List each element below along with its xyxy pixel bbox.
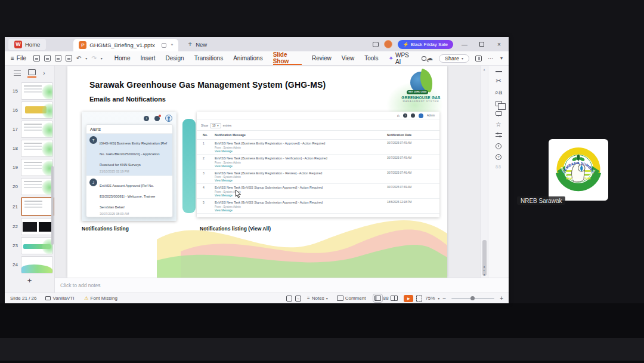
task-pane-icon[interactable] — [475, 56, 482, 61]
redo-button[interactable]: ↷ — [91, 55, 96, 61]
more-options-icon[interactable]: ⋯ — [488, 55, 494, 61]
thumbnail-row-16[interactable]: 16 — [5, 101, 54, 119]
help-icon[interactable]: ? — [496, 154, 501, 160]
participant-video-tile[interactable]: LEMBAGA SUMBER ASLI DAN ALAM SEKITAR SAR… — [549, 139, 608, 201]
export-icon[interactable] — [44, 55, 51, 61]
file-menu[interactable]: ≡ File — [11, 55, 26, 61]
logo-tagline: MANAGEMENT SYSTEM — [400, 100, 442, 103]
canvas-scrollbar[interactable]: ▴ ▴ ▪ ▾ — [480, 66, 488, 278]
maximize-button[interactable] — [476, 41, 488, 48]
toolbar-more-chevron[interactable]: ▾ — [101, 56, 103, 60]
fullscreen-icon[interactable] — [416, 296, 422, 302]
style-tools-icon[interactable]: ✂ — [496, 78, 501, 84]
slide-23-thumbnail — [21, 237, 53, 254]
tab-transitions[interactable]: Transitions — [194, 51, 224, 65]
thumbnail-row-19[interactable]: 19 — [5, 159, 54, 176]
slide-title: Sarawak Greenhouse Gas Management System… — [89, 80, 326, 90]
search-icon[interactable] — [422, 56, 426, 61]
slideshow-play-button[interactable]: ▶ — [404, 295, 413, 302]
tab-wps-ai[interactable]: ✦WPS AI — [389, 51, 413, 65]
tab-insert[interactable]: Insert — [140, 51, 155, 65]
favorites-star-icon[interactable]: ☆ — [496, 121, 501, 128]
previous-slide-button[interactable]: ▴ — [484, 264, 485, 268]
tab-review[interactable]: Review — [312, 51, 332, 65]
zoom-caret-icon[interactable]: ▾ — [438, 296, 439, 300]
alert-text: EnViSS Account Approved [Ref No. ES/2025… — [100, 184, 155, 209]
thumbnail-row-23[interactable]: 23 — [5, 237, 54, 254]
account-avatar[interactable] — [384, 40, 392, 48]
minimize-button[interactable]: — — [459, 41, 470, 48]
new-tab-button[interactable]: + New — [188, 40, 207, 48]
normal-view-button[interactable] — [374, 296, 381, 301]
theme-label: VanillaVTI — [52, 296, 74, 301]
font-missing-warning[interactable]: ⚠ Font Missing — [84, 296, 117, 301]
promo-button[interactable]: ⚡ Black Friday Sale — [398, 40, 453, 49]
tab-design[interactable]: Design — [165, 51, 184, 65]
find-replace-icon[interactable]: ⌕a — [495, 89, 502, 96]
thumbnail-row-22[interactable]: 22 — [5, 218, 54, 235]
comment-pane-icon[interactable] — [496, 111, 502, 116]
save-icon[interactable] — [33, 55, 40, 61]
ghgms-logo: NET ZERO 2050 GREENHOUSE GAS MANAGEMENT … — [400, 72, 442, 103]
slide-19-thumbnail — [21, 159, 53, 176]
table-row: 3 EnViSS New Task [Business Entity Regis… — [197, 170, 439, 184]
slide-view-toggle[interactable] — [27, 69, 36, 78]
bell-icon — [411, 113, 415, 118]
slide-view-active-underline — [27, 76, 36, 78]
settings-sliders-icon[interactable] — [496, 133, 502, 138]
slide-sorter-view-button[interactable]: 88 — [383, 296, 389, 301]
close-button[interactable]: × — [493, 41, 505, 48]
promo-label: Black Friday Sale — [411, 42, 448, 47]
notes-placeholder: Click to add notes — [60, 282, 101, 288]
notes-lines-icon: ≡ — [307, 296, 310, 301]
history-clock-icon[interactable] — [496, 143, 501, 149]
notes-toggle[interactable]: ≡ Notes ▾ — [307, 296, 328, 301]
zoom-slider[interactable] — [451, 298, 494, 299]
object-layers-icon[interactable] — [496, 101, 502, 106]
workspace-icon[interactable] — [373, 42, 379, 47]
notes-area[interactable]: Click to add notes — [55, 278, 509, 293]
thumbnail-row-15[interactable]: 15 — [5, 82, 54, 100]
from-current-slide-icon[interactable] — [295, 296, 301, 302]
apps-grid-icon[interactable]: 88 — [496, 165, 501, 171]
user-avatar-icon — [165, 115, 172, 122]
zoom-slider-handle[interactable] — [470, 296, 475, 300]
reading-view-button[interactable] — [391, 296, 398, 301]
browse-object-button[interactable]: ▪ — [484, 269, 485, 272]
notes-toggle-label: Notes — [312, 296, 324, 301]
meeting-stage: W Home P GHGMS_Briefing_v1.pptx * + New … — [0, 0, 644, 363]
undo-caret-icon[interactable]: ▾ — [85, 56, 87, 60]
rehearse-timer-icon[interactable] — [286, 296, 292, 302]
scroll-up-icon[interactable]: ▴ — [481, 67, 488, 71]
thumbnail-scrollbar[interactable] — [51, 166, 54, 245]
add-slide-button[interactable]: + — [5, 276, 54, 285]
theme-indicator[interactable]: VanillaVTI — [45, 296, 74, 301]
undo-button[interactable]: ↶ — [76, 55, 81, 61]
tab-tools[interactable]: Tools — [364, 51, 378, 65]
home-tab[interactable]: W Home — [8, 39, 46, 50]
tab-slide-show[interactable]: Slide Show — [273, 51, 302, 65]
collapse-ribbon-icon[interactable]: ▾ — [500, 56, 503, 61]
tab-home-menu[interactable]: Home — [114, 51, 131, 65]
bell-icon — [154, 116, 160, 121]
comment-button[interactable]: Comment — [337, 296, 366, 301]
zoom-in-button[interactable]: + — [500, 295, 503, 302]
slide-canvas[interactable]: Sarawak Greenhouse Gas Management System… — [67, 66, 447, 278]
document-tab[interactable]: P GHGMS_Briefing_v1.pptx * — [73, 39, 178, 51]
thumbnail-row-18[interactable]: 18 — [5, 140, 54, 157]
thumbnail-row-20[interactable]: 20 — [5, 178, 54, 195]
tab-view[interactable]: View — [342, 51, 355, 65]
share-button[interactable]: Share ▾ — [439, 54, 469, 63]
tab-animations[interactable]: Animations — [233, 51, 262, 65]
outline-view-icon[interactable] — [14, 70, 21, 76]
pane-minimize-icon[interactable] — [496, 71, 502, 72]
thumbnail-row-24[interactable]: 24 — [5, 256, 54, 273]
zoom-percentage[interactable]: 75% — [425, 296, 435, 301]
print-icon[interactable] — [55, 55, 61, 61]
thumbnail-row-17[interactable]: 17 — [5, 121, 54, 138]
panel-collapse-chevron[interactable]: › — [43, 70, 45, 76]
next-slide-button[interactable]: ▾ — [484, 273, 485, 276]
thumbnail-row-21-selected[interactable]: 21 — [5, 197, 54, 216]
zoom-out-button[interactable]: − — [442, 295, 446, 302]
print-preview-icon[interactable] — [66, 55, 72, 61]
